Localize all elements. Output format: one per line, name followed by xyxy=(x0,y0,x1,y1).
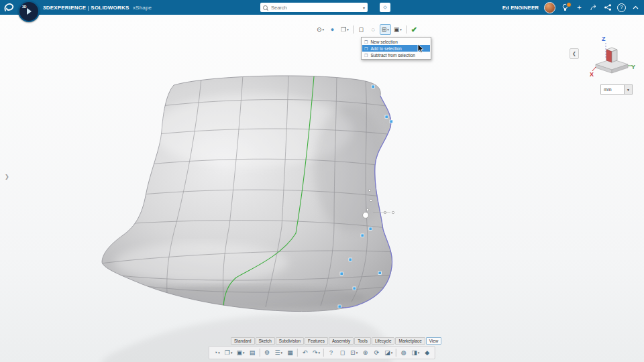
share-arrow-icon xyxy=(590,3,598,11)
menu-item-label: Add to selection xyxy=(370,46,401,51)
tab-tools[interactable]: Tools xyxy=(354,337,371,345)
caret-down-icon: ▾ xyxy=(391,351,393,355)
search-input[interactable] xyxy=(270,4,361,11)
caret-down-icon: ▾ xyxy=(218,351,220,355)
display-style-cube-button[interactable]: ❐▾ xyxy=(339,24,351,35)
play-icon xyxy=(27,8,32,15)
caret-down-icon: ▾ xyxy=(387,27,389,32)
select-lasso-button[interactable]: ◌ xyxy=(368,24,379,35)
compass-badge[interactable]: 3D xyxy=(18,1,40,22)
shaded-view-sphere-icon: ● xyxy=(331,26,334,33)
caret-down-icon: ▾ xyxy=(356,351,358,355)
confirm-check-button[interactable]: ✔ xyxy=(409,24,420,35)
tab-sketch[interactable]: Sketch xyxy=(256,337,275,345)
section-view-button[interactable]: ◪▾ xyxy=(382,347,394,358)
view-home-icon: ◔ xyxy=(214,349,217,356)
tab-subdivision[interactable]: Subdivision xyxy=(276,337,304,345)
rotate-view-button[interactable]: ⟳ xyxy=(371,347,382,358)
tag-icon: ⬦ xyxy=(383,4,387,11)
chevron-right-icon: ❯ xyxy=(5,174,9,180)
select-box-button[interactable]: ◻ xyxy=(356,24,367,35)
display-style-cube-icon: ❐ xyxy=(341,26,346,33)
pan-button[interactable]: ⊕ xyxy=(360,347,371,358)
plus-icon: + xyxy=(577,4,581,11)
zoom-fit-button[interactable]: ⊡▾ xyxy=(348,347,360,358)
share-button[interactable] xyxy=(589,3,598,12)
compass-3d-label: 3D xyxy=(22,5,26,9)
tab-features[interactable]: Features xyxy=(305,337,328,345)
selection-filter-button[interactable]: ▣▾ xyxy=(392,24,404,35)
view-options-button[interactable]: ☰▾ xyxy=(272,347,284,358)
print-icon: ▤ xyxy=(250,349,256,356)
redo-button[interactable]: ↷▾ xyxy=(311,347,322,358)
tab-assembly[interactable]: Assembly xyxy=(329,337,354,345)
collapse-topbar-button[interactable] xyxy=(631,3,640,12)
help-icon: ? xyxy=(329,349,333,356)
grid-display-button[interactable]: ▦ xyxy=(284,347,296,358)
undo-button[interactable]: ↶ xyxy=(299,347,311,358)
display-style-button[interactable]: ◨▾ xyxy=(409,347,421,358)
zoom-fit-icon: ⊡ xyxy=(350,349,356,356)
mouse-cursor xyxy=(417,44,424,54)
subdivision-surface-model[interactable] xyxy=(101,74,399,312)
tab-view[interactable]: View xyxy=(426,337,442,345)
caret-down-icon: ▾ xyxy=(323,27,325,32)
hide-show-button[interactable]: ◍ xyxy=(398,347,409,358)
view-toolbar: ⊙▾●❐▾◻◌⊞▾▣▾✔ xyxy=(315,24,420,35)
search-caret-icon[interactable]: ▾ xyxy=(363,5,365,10)
display-style-icon: ◨ xyxy=(411,349,417,356)
select-tool-icon: ◻ xyxy=(340,349,345,356)
orientation-triad[interactable]: Z Y X xyxy=(589,34,636,83)
top-bar: 3DEXPERIENCE | SOLIDWORKS xShape ▾ ⬦ Ed … xyxy=(0,0,644,15)
toolbar-separator xyxy=(406,25,407,34)
tag-button[interactable]: ⬦ xyxy=(380,3,390,12)
selection-mode-button[interactable]: ⊞▾ xyxy=(380,24,391,35)
topbar-right-cluster: Ed ENGINEER + ? xyxy=(502,0,640,15)
help-button[interactable]: ? xyxy=(617,3,626,12)
brand-divider: | xyxy=(88,5,89,11)
settings-gear-button[interactable]: ⚙ xyxy=(261,347,272,358)
toolbar-separator xyxy=(396,349,396,357)
units-dropdown[interactable]: mm ▼ xyxy=(600,84,633,95)
tab-marketplace[interactable]: Marketplace xyxy=(395,337,425,345)
view-options-icon: ☰ xyxy=(274,349,280,356)
user-name[interactable]: Ed ENGINEER xyxy=(502,5,539,11)
hide-show-icon: ◍ xyxy=(401,349,407,356)
selection-cube-icon: ❒ xyxy=(364,53,368,58)
settings-gear-icon: ⚙ xyxy=(264,349,270,356)
confirm-check-icon: ✔ xyxy=(411,25,417,34)
search-bar[interactable]: ▾ xyxy=(260,3,368,12)
help-button[interactable]: ? xyxy=(325,347,337,358)
caret-down-icon: ▾ xyxy=(243,351,245,355)
select-box-icon: ◻ xyxy=(358,26,363,33)
toolbar-separator xyxy=(353,25,354,34)
app-window: 3DEXPERIENCE | SOLIDWORKS xShape ▾ ⬦ Ed … xyxy=(0,0,644,362)
tab-standard[interactable]: Standard xyxy=(231,337,255,345)
new-document-button[interactable]: ❐▾ xyxy=(223,347,235,358)
add-content-button[interactable]: + xyxy=(575,3,584,12)
caret-down-icon: ▾ xyxy=(281,351,283,355)
brand-text: 3DEXPERIENCE xyxy=(43,5,86,11)
3ds-logo[interactable] xyxy=(3,2,15,15)
expand-left-panel-button[interactable]: ❯ xyxy=(1,173,13,180)
brand-product: xShape xyxy=(133,5,152,11)
save-button[interactable]: ▣▾ xyxy=(234,347,246,358)
visibility-options-button[interactable]: ⊙▾ xyxy=(315,24,326,35)
print-button[interactable]: ▤ xyxy=(246,347,258,358)
question-icon: ? xyxy=(617,3,626,12)
appearance-button[interactable]: ◆ xyxy=(421,347,433,358)
redo-icon: ↷ xyxy=(313,349,318,356)
shaded-view-sphere-button[interactable]: ● xyxy=(327,24,338,35)
selection-cube-icon: ❒ xyxy=(364,46,368,51)
collapse-panel-button[interactable]: ❮ xyxy=(570,48,579,59)
tab-lifecycle[interactable]: Lifecycle xyxy=(372,337,395,345)
apps-button[interactable] xyxy=(603,3,612,12)
notifications-button[interactable] xyxy=(561,3,570,12)
toolbar-separator xyxy=(259,349,260,357)
viewport-3d[interactable] xyxy=(0,0,644,362)
toolbar-separator xyxy=(297,349,298,357)
chevron-left-icon: ❮ xyxy=(572,51,576,56)
user-avatar[interactable] xyxy=(544,2,555,13)
select-tool-button[interactable]: ◻ xyxy=(337,347,348,358)
view-home-button[interactable]: ◔▾ xyxy=(211,347,223,358)
